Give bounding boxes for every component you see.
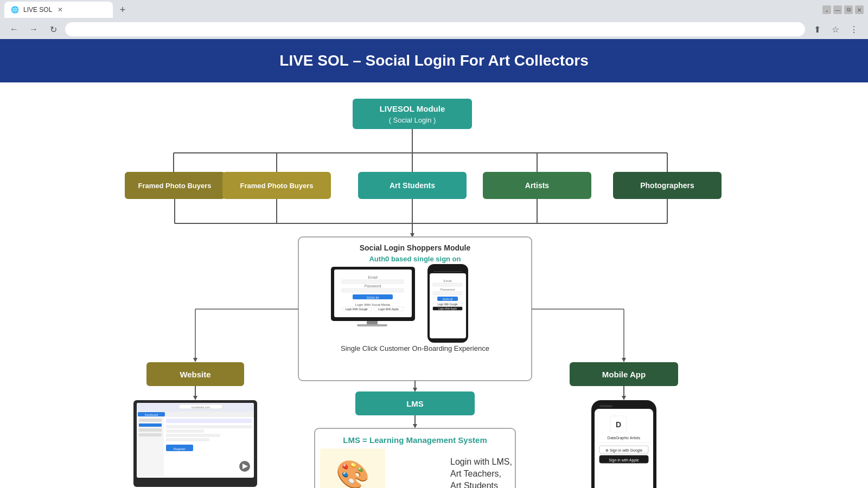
svg-marker-37 <box>193 358 197 362</box>
social-login-title: Social Login Shoppers Module <box>360 243 471 252</box>
svg-text:D: D <box>616 420 621 429</box>
svg-text:Login With Google: Login With Google <box>437 303 458 306</box>
back-button[interactable]: ← <box>7 22 22 37</box>
svg-text:Login With Apple: Login With Apple <box>438 307 457 310</box>
svg-text:DataGraphic Artists: DataGraphic Artists <box>608 436 641 440</box>
share-button[interactable]: ⬆ <box>809 22 825 37</box>
svg-rect-68 <box>599 405 612 407</box>
svg-text:SIGN IN: SIGN IN <box>367 296 379 299</box>
svg-rect-56 <box>139 433 162 436</box>
lms-emoji: 🎨 <box>336 458 370 488</box>
svg-text:mywebsite.com: mywebsite.com <box>192 406 210 409</box>
livesol-subtitle: ( Social Login ) <box>389 116 436 124</box>
window-list-button[interactable]: ⌄ <box>822 5 831 14</box>
svg-text:Sign in with Apple: Sign in with Apple <box>609 458 639 463</box>
tab-title: LIVE SOL <box>23 6 52 14</box>
svg-text:Login With Google: Login With Google <box>345 307 367 311</box>
svg-text:Password: Password <box>441 288 455 291</box>
tab-close-button[interactable]: ✕ <box>56 6 64 14</box>
page-content: LIVE SOL – Social Login For Art Collecto… <box>0 39 868 488</box>
svg-marker-38 <box>622 358 626 362</box>
browser-tab-bar: 🌐 LIVE SOL ✕ + ⌄ — ⧉ ✕ <box>0 0 868 20</box>
overflow-button[interactable]: ⋮ <box>846 22 861 37</box>
window-controls: ⌄ — ⧉ ✕ <box>822 5 864 14</box>
diagram-area: LIVESOL Module ( Social Login ) Framed P… <box>0 82 868 488</box>
lms-text-line1: Login with LMS, <box>450 457 512 466</box>
audience-label-2: Framed Photo Buyers <box>240 182 313 190</box>
browser-action-buttons: ⬆ ☆ ⋮ <box>809 22 861 37</box>
svg-rect-30 <box>433 292 462 295</box>
svg-text:Password: Password <box>365 284 381 288</box>
mobile-app-button-label: Mobile App <box>602 370 646 379</box>
social-login-subtitle: Auth0 based single sign on <box>369 255 461 263</box>
lms-text-line3: Art Students <box>450 481 498 488</box>
lms-button-label: LMS <box>406 399 424 408</box>
audience-label-1: Framed Photo Buyers <box>138 182 211 190</box>
livesol-title: LIVESOL Module <box>380 104 445 113</box>
forward-button[interactable]: → <box>26 22 41 37</box>
flow-diagram-svg: LIVESOL Module ( Social Login ) Framed P… <box>22 93 846 488</box>
svg-text:Email: Email <box>443 279 451 282</box>
audience-label-3: Art Students <box>390 181 435 190</box>
window-restore-button[interactable]: ⧉ <box>844 5 853 14</box>
svg-text:SIGN IN: SIGN IN <box>443 298 453 301</box>
svg-rect-58 <box>166 425 252 428</box>
audience-label-5: Photographers <box>640 181 694 190</box>
svg-text:Login With Apple: Login With Apple <box>378 307 399 311</box>
svg-rect-55 <box>139 428 162 432</box>
svg-rect-54 <box>139 423 162 427</box>
bookmark-button[interactable]: ☆ <box>828 22 843 37</box>
svg-rect-25 <box>357 324 387 326</box>
svg-rect-14 <box>342 280 404 284</box>
svg-text:Login With Social Media: Login With Social Media <box>355 303 391 306</box>
lms-info-title: LMS = Learning Management System <box>343 435 487 445</box>
website-button-label: Website <box>180 370 210 379</box>
browser-tab[interactable]: 🌐 LIVE SOL ✕ <box>4 2 113 18</box>
svg-marker-41 <box>193 396 197 400</box>
page-title: LIVE SOL – Social Login For Art Collecto… <box>22 52 846 69</box>
window-minimize-button[interactable]: — <box>833 5 842 14</box>
window-close-button[interactable]: ✕ <box>855 5 864 14</box>
svg-text:Register: Register <box>174 447 186 451</box>
svg-marker-45 <box>622 396 626 400</box>
address-input[interactable] <box>65 22 805 36</box>
svg-rect-60 <box>166 434 220 437</box>
reload-button[interactable]: ↻ <box>46 22 61 37</box>
svg-text:Email: Email <box>368 275 378 279</box>
svg-text:Dashboard: Dashboard <box>145 413 158 416</box>
audience-label-4: Artists <box>525 181 550 190</box>
svg-marker-39 <box>413 388 417 392</box>
new-tab-button[interactable]: + <box>115 2 130 17</box>
svg-rect-59 <box>166 429 204 433</box>
svg-rect-61 <box>166 438 209 441</box>
svg-rect-28 <box>433 283 462 286</box>
svg-rect-26 <box>433 271 462 272</box>
svg-rect-53 <box>139 419 162 422</box>
svg-marker-43 <box>413 424 417 428</box>
single-click-text: Single Click Customer On-Boarding Experi… <box>341 344 489 352</box>
svg-rect-57 <box>166 419 252 423</box>
browser-chrome: 🌐 LIVE SOL ✕ + ⌄ — ⧉ ✕ ← → ↻ ⬆ ☆ ⋮ <box>0 0 868 39</box>
svg-rect-16 <box>342 288 404 292</box>
lms-text-line2: Art Teachers, <box>450 469 501 478</box>
livesol-module-box <box>353 99 472 129</box>
svg-text:⊕ Sign in with Google: ⊕ Sign in with Google <box>605 448 642 453</box>
page-header: LIVE SOL – Social Login For Art Collecto… <box>0 39 868 82</box>
address-bar: ← → ↻ ⬆ ☆ ⋮ <box>0 20 868 39</box>
svg-rect-24 <box>367 321 378 324</box>
